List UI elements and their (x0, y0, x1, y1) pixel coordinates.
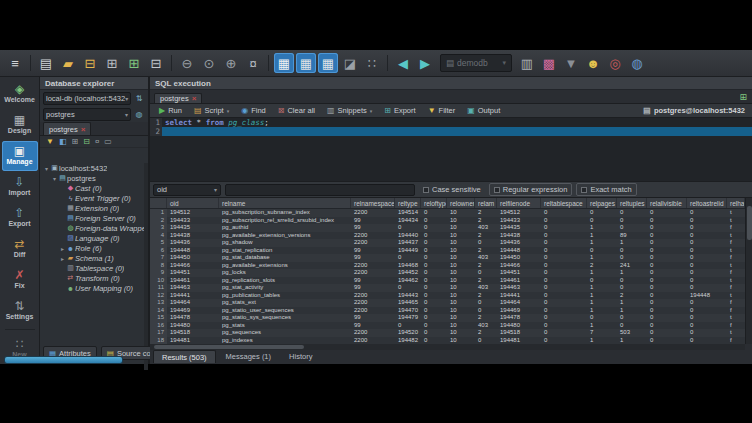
table-cell[interactable]: 0 (617, 322, 647, 330)
table-cell[interactable]: 194461 (497, 277, 541, 285)
table-cell[interactable]: 10 (447, 269, 475, 277)
table-cell[interactable]: 194462 (395, 277, 421, 285)
table-cell[interactable]: 0 (541, 224, 587, 232)
table-cell[interactable]: 194451 (167, 269, 219, 277)
tree-item-tablespace[interactable]: ▥Tablespace (0) (40, 263, 146, 273)
table-cell[interactable]: t (727, 247, 745, 255)
table-cell[interactable]: 0 (421, 329, 447, 337)
table-cell[interactable]: 0 (647, 232, 687, 240)
tree-item-language[interactable]: ▨Language (0) (40, 233, 146, 243)
column-header-relowner[interactable]: relowner (447, 198, 475, 208)
table-cell[interactable]: 0 (421, 299, 447, 307)
active-database-selector[interactable]: ▤demodb▾ (440, 54, 512, 72)
table-cell[interactable]: 0 (687, 247, 727, 255)
table-cell[interactable]: 0 (687, 329, 727, 337)
table-cell[interactable]: 2200 (351, 307, 395, 315)
table-cell[interactable]: 194449 (395, 247, 421, 255)
table-cell[interactable]: 194482 (395, 337, 421, 345)
table-cell[interactable]: pg_stat_activity (219, 284, 351, 292)
explorer-tab-postgres[interactable]: postgres × (43, 122, 91, 135)
table-cell[interactable]: 0 (421, 337, 447, 345)
table-cell[interactable]: 10 (447, 217, 475, 225)
table-cell[interactable]: 0 (475, 239, 497, 247)
table-cell[interactable]: 0 (647, 277, 687, 285)
table-cell[interactable]: 0 (475, 337, 497, 345)
table-cell[interactable]: 0 (647, 314, 687, 322)
table-cell[interactable]: 194464 (167, 299, 219, 307)
sidebar-item-design[interactable]: ▦Design (2, 110, 38, 140)
table-cell[interactable]: 10 (447, 337, 475, 345)
result-tab-history[interactable]: History (281, 350, 320, 363)
table-cell[interactable]: 99 (351, 322, 395, 330)
table-cell[interactable]: 0 (647, 269, 687, 277)
table-cell[interactable]: 0 (647, 292, 687, 300)
column-header-relname[interactable]: relname (219, 198, 351, 208)
table-cell[interactable]: 0 (647, 224, 687, 232)
table-cell[interactable]: t (727, 292, 745, 300)
table-row[interactable]: 18194481pg_indexes2200194482010019448101… (150, 337, 745, 345)
table-row[interactable]: 11194463pg_stat_activity9900104031944630… (150, 284, 745, 292)
new-result-grid-icon[interactable]: ⊞ (739, 92, 747, 102)
table-cell[interactable]: 403 (475, 224, 497, 232)
table-cell[interactable]: 403 (475, 254, 497, 262)
table-cell[interactable]: 0 (647, 254, 687, 262)
table-cell[interactable]: 10 (447, 314, 475, 322)
editor-line[interactable]: 1select * from pg_class; (150, 118, 752, 127)
table-cell[interactable]: 2200 (351, 239, 395, 247)
editor-line[interactable]: 2 (150, 127, 752, 136)
theme-icon[interactable]: ▩ (539, 53, 559, 73)
clear-all-button[interactable]: ⊠Clear all (273, 105, 320, 116)
filter-value-input[interactable] (225, 184, 415, 196)
table-cell[interactable]: 89 (617, 232, 647, 240)
table-cell[interactable]: 0 (647, 262, 687, 270)
table-cell[interactable]: 99 (351, 217, 395, 225)
search-icon[interactable]: ¤ (95, 138, 99, 146)
table-cell[interactable]: 0 (617, 254, 647, 262)
table-cell[interactable]: 0 (687, 307, 727, 315)
table-cell[interactable]: f (727, 269, 745, 277)
table-cell[interactable]: f (727, 239, 745, 247)
table-cell[interactable]: 0 (541, 299, 587, 307)
table-cell[interactable]: 194452 (395, 269, 421, 277)
zoom-out-icon[interactable]: ⊖ (177, 53, 197, 73)
close-icon[interactable]: × (192, 94, 197, 103)
table-cell[interactable]: 194440 (395, 232, 421, 240)
result-tab-results[interactable]: Results (503) (153, 350, 216, 363)
table-row[interactable]: 6194448pg_stat_replication99194449010219… (150, 247, 745, 255)
table-cell[interactable]: 194470 (395, 307, 421, 315)
table-cell[interactable]: 0 (395, 224, 421, 232)
table-cell[interactable]: pg_indexes (219, 337, 351, 345)
table-cell[interactable]: 241 (617, 262, 647, 270)
table-cell[interactable]: 0 (647, 209, 687, 217)
table-cell[interactable]: 0 (541, 314, 587, 322)
table-row[interactable]: 17194518pg_sequences22001945200102194518… (150, 329, 745, 337)
table-cell[interactable]: 1 (587, 239, 617, 247)
table-cell[interactable]: 0 (421, 284, 447, 292)
table-cell[interactable]: 1 (587, 299, 617, 307)
table-cell[interactable]: 0 (587, 209, 617, 217)
table-row[interactable]: 4194438pg_available_extension_versions22… (150, 232, 745, 240)
table-cell[interactable]: 2 (475, 232, 497, 240)
table-cell[interactable]: 0 (617, 224, 647, 232)
table-cell[interactable]: pg_available_extension_versions (219, 232, 351, 240)
table-cell[interactable]: 194481 (167, 337, 219, 345)
table-cell[interactable]: 10 (447, 209, 475, 217)
table-cell[interactable]: pg_statio_sys_sequences (219, 314, 351, 322)
table-cell[interactable]: 1 (587, 307, 617, 315)
table-cell[interactable]: 0 (647, 329, 687, 337)
connection-select[interactable]: local-db (localhost:5432 ▾ (43, 92, 131, 105)
table-cell[interactable]: 0 (617, 209, 647, 217)
table-cell[interactable]: 194441 (497, 292, 541, 300)
table-cell[interactable]: 1 (587, 224, 617, 232)
tree-item-foreign-data-wrapper[interactable]: ◍Foreign-data Wrapper (0) (40, 223, 146, 233)
table-cell[interactable]: 0 (647, 299, 687, 307)
column-header-reltoastrelid[interactable]: reltoastrelid (687, 198, 727, 208)
table-cell[interactable]: 194518 (167, 329, 219, 337)
table-cell[interactable]: 0 (541, 209, 587, 217)
table-cell[interactable]: 0 (687, 337, 727, 345)
sql-file-icon[interactable]: ▥ (517, 53, 537, 73)
table-cell[interactable]: 194480 (167, 322, 219, 330)
table-cell[interactable]: 0 (587, 277, 617, 285)
column-header-relhasin[interactable]: relhasin (727, 198, 745, 208)
sidebar-item-settings[interactable]: ⇅Settings (2, 295, 38, 325)
